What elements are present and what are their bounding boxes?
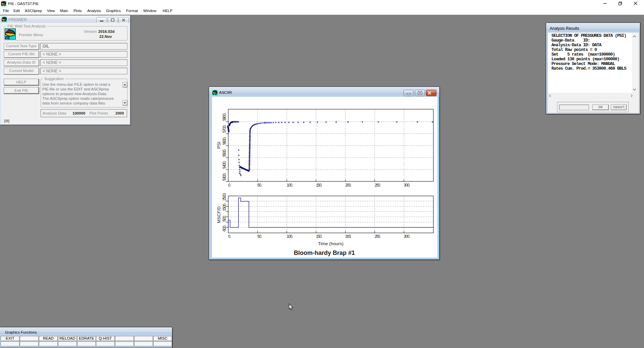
svg-text:150.: 150. (316, 183, 322, 188)
svg-text:PIE: PIE (5, 37, 10, 40)
svg-text:2500.: 2500. (222, 193, 227, 201)
svg-text:5800.: 5800. (222, 113, 227, 121)
svg-text:5400.: 5400. (222, 161, 227, 169)
svg-text:100.: 100. (287, 183, 293, 188)
svg-text:1500.: 1500. (222, 203, 227, 211)
svg-text:Time (hours): Time (hours) (318, 241, 343, 246)
svg-text:5600.: 5600. (222, 137, 227, 145)
svg-text:300.: 300. (404, 183, 410, 188)
svg-text:0.: 0. (228, 183, 231, 188)
svg-text:500.: 500. (222, 215, 227, 222)
svg-text:300.: 300. (404, 234, 410, 239)
svg-text:-500.: -500. (222, 225, 227, 232)
svg-text:PSI: PSI (216, 142, 221, 149)
svg-text:Bloom-hardy Brap #1: Bloom-hardy Brap #1 (294, 250, 355, 256)
svg-text:150.: 150. (316, 234, 322, 239)
svg-text:0.: 0. (228, 234, 231, 239)
svg-text:250.: 250. (375, 183, 381, 188)
svg-text:5500.: 5500. (222, 149, 227, 157)
svg-text:200.: 200. (345, 183, 352, 188)
svg-text:5300.: 5300. (222, 173, 227, 181)
svg-text:100.: 100. (287, 234, 293, 239)
svg-text:250.: 250. (375, 234, 381, 239)
svg-text:200.: 200. (345, 234, 352, 239)
svg-text:MSCF/D: MSCF/D (216, 206, 221, 223)
svg-text:5700.: 5700. (222, 125, 227, 133)
svg-text:50.: 50. (257, 183, 262, 188)
svg-text:50.: 50. (257, 234, 262, 239)
